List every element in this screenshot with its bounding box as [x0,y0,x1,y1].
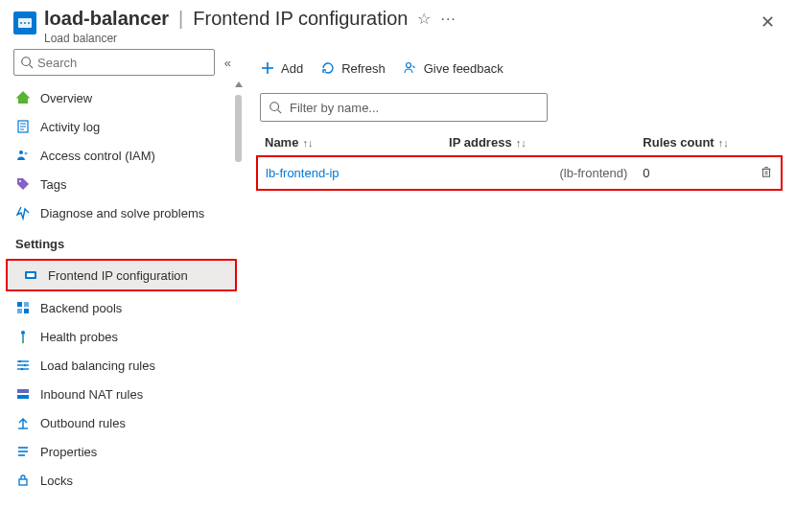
svg-point-33 [19,360,21,362]
sidebar-item-overview[interactable]: Overview [0,83,243,112]
resource-type-label: Load balancer [44,32,753,45]
sidebar-item-label: Frontend IP configuration [48,268,188,283]
sidebar: « OverviewActivity logAccess control (IA… [0,49,243,532]
plus-icon [260,60,275,76]
feedback-label: Give feedback [424,61,503,76]
sidebar-item-label: Overview [40,91,92,105]
overview-icon [15,90,31,105]
sidebar-item-label: Locks [40,474,73,488]
svg-point-35 [21,368,23,370]
sidebar-item-frontend[interactable]: Frontend IP configuration [8,261,235,289]
svg-rect-24 [24,302,29,307]
collapse-sidebar-icon[interactable]: « [221,52,235,74]
sidebar-item-nat[interactable]: Inbound NAT rules [0,380,243,408]
svg-rect-23 [17,302,22,307]
resource-type-icon [13,12,36,35]
refresh-button[interactable]: Refresh [320,60,386,76]
rules-count: 0 [635,156,751,190]
svg-rect-42 [19,479,27,485]
locks-icon [15,473,31,488]
svg-rect-36 [17,389,29,393]
favorite-star-icon[interactable]: ☆ [417,10,431,28]
svg-point-27 [21,331,25,335]
col-header-rules[interactable]: Rules count↑↓ [635,129,751,156]
sidebar-item-tags[interactable]: Tags [0,170,243,198]
sidebar-item-activity[interactable]: Activity log [0,112,243,141]
diagnose-icon [15,205,31,220]
sidebar-item-label: Backend pools [40,301,122,315]
close-blade-button[interactable]: ✕ [753,8,783,36]
properties-icon [15,444,31,459]
svg-point-34 [24,364,26,366]
sidebar-item-lbrules[interactable]: Load balancing rules [0,351,243,380]
give-feedback-button[interactable]: Give feedback [403,60,503,76]
sidebar-item-locks[interactable]: Locks [0,466,243,495]
frontend-ip-table: Name↑↓ IP address↑↓ Rules count↑↓ lb-fro… [256,129,783,191]
activity-icon [15,119,31,134]
sidebar-item-label: Diagnose and solve problems [40,206,204,220]
iam-icon [15,148,31,163]
sidebar-scrollbar[interactable] [235,81,242,522]
sidebar-item-label: Load balancing rules [40,359,155,373]
sidebar-item-probes[interactable]: Health probes [0,322,243,351]
sidebar-item-iam[interactable]: Access control (IAM) [0,141,243,170]
sidebar-item-label: Properties [40,445,97,459]
sidebar-nav: OverviewActivity logAccess control (IAM)… [0,83,243,532]
sidebar-item-label: Access control (IAM) [40,149,155,163]
command-bar: Add Refresh Give feedback [256,57,783,89]
col-header-ip[interactable]: IP address↑↓ [441,129,635,156]
sidebar-item-label: Tags [40,177,66,192]
sidebar-item-label: Inbound NAT rules [40,387,143,402]
sidebar-item-backend[interactable]: Backend pools [0,293,243,322]
blade-title: Frontend IP configuration [193,8,408,30]
blade-header: load-balancer | Frontend IP configuratio… [0,0,796,49]
svg-rect-26 [24,309,29,313]
search-icon [269,101,282,114]
nat-icon [15,386,31,402]
tags-icon [15,176,31,192]
sidebar-item-outbound[interactable]: Outbound rules [0,408,243,437]
col-header-name[interactable]: Name↑↓ [257,129,441,156]
refresh-icon [320,60,336,76]
filter-box[interactable] [260,93,548,122]
probes-icon [15,329,31,344]
add-button[interactable]: Add [260,60,303,76]
lbrules-icon [15,358,31,373]
svg-rect-37 [17,395,29,399]
frontend-icon [23,267,38,283]
sidebar-item-label: Health probes [40,330,118,344]
svg-point-18 [19,150,23,154]
outbound-icon [15,415,31,430]
table-row[interactable]: lb-frontend-ip(lb-frontend)0 [257,156,782,190]
svg-point-29 [22,341,24,343]
more-actions-icon[interactable]: ··· [440,11,456,28]
svg-rect-22 [27,273,35,277]
sidebar-search-box[interactable] [13,49,215,76]
backend-icon [15,300,31,315]
sidebar-item-label: Activity log [40,120,100,134]
search-icon [20,56,34,69]
svg-point-19 [24,151,27,154]
ip-label: (lb-frontend) [559,166,627,180]
sidebar-item-properties[interactable]: Properties [0,437,243,466]
add-label: Add [281,61,303,76]
main-content: Add Refresh Give feedback Name↑↓ [243,49,796,532]
title-separator: | [178,8,183,30]
resource-name: load-balancer [44,8,169,30]
sidebar-item-label: Outbound rules [40,416,126,430]
frontend-ip-link[interactable]: lb-frontend-ip [266,166,339,180]
svg-rect-25 [17,309,22,313]
sidebar-item-diagnose[interactable]: Diagnose and solve problems [0,198,243,227]
feedback-icon [403,60,418,76]
refresh-label: Refresh [341,61,386,76]
delete-icon[interactable] [760,165,773,178]
settings-group-label: Settings [0,227,243,257]
svg-point-20 [19,180,21,182]
sidebar-search-input[interactable] [34,56,208,70]
filter-input[interactable] [288,100,539,116]
